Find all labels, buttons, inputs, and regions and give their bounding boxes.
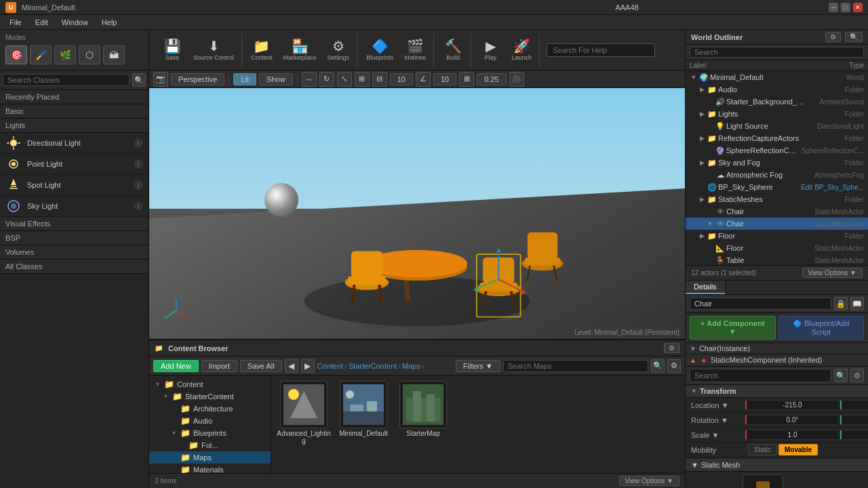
static-mobility-button[interactable]: Static xyxy=(748,444,777,455)
menu-help[interactable]: Help xyxy=(95,17,124,28)
search-classes-input[interactable] xyxy=(3,74,130,86)
maximize-button[interactable]: □ xyxy=(841,3,850,12)
outliner-item-bg-cue[interactable]: 🔊 Starter_Background_Cue AmbientSound xyxy=(686,96,868,108)
mode-select[interactable]: 🎯 xyxy=(5,45,27,64)
cb-view-options-button[interactable]: View Options ▼ xyxy=(619,476,679,486)
cb-search-input[interactable] xyxy=(503,360,648,372)
translate-icon[interactable]: ↔ xyxy=(302,72,317,87)
angle-icon[interactable]: ∠ xyxy=(416,72,431,87)
folder-starter-content[interactable]: ▼ 📁 StarterContent xyxy=(149,390,271,403)
transform-header[interactable]: ▼ Transform xyxy=(686,385,868,398)
outliner-item-chair1[interactable]: 👁 Chair StaticMeshActor xyxy=(686,205,868,218)
directional-light-info[interactable]: ℹ xyxy=(134,138,143,148)
category-bsp[interactable]: BSP xyxy=(0,231,149,245)
folder-maps[interactable]: 📁 Maps xyxy=(149,451,271,464)
placement-sky-light[interactable]: Sky Light ℹ xyxy=(0,196,149,217)
static-mesh-header[interactable]: ▼ Static Mesh xyxy=(686,459,868,472)
breadcrumb-content[interactable]: Content xyxy=(317,362,344,370)
outliner-item-atm-fog[interactable]: ☁ Atmospheric Fog AtmosphericFog xyxy=(686,169,868,181)
outliner-search-toggle[interactable]: 🔍 xyxy=(845,32,863,42)
marketplace-button[interactable]: 🏪 Marketplace xyxy=(279,33,321,67)
details-filter-button[interactable]: ⚙ xyxy=(850,369,864,382)
cb-settings2-button[interactable]: ⚙ xyxy=(667,359,681,373)
outliner-item-floor-folder[interactable]: ▶ 📁 Floor Folder xyxy=(686,230,868,242)
viewport-cam-icon[interactable]: 📷 xyxy=(153,72,168,87)
map-minimal-default[interactable]: Minimal_Default xyxy=(336,381,391,445)
cb-search-button[interactable]: 🔍 xyxy=(651,359,665,373)
rotation-x-input[interactable] xyxy=(745,415,839,425)
folder-blueprints[interactable]: ▼ 📁 Blueprints xyxy=(149,427,271,439)
outliner-item-lights-folder[interactable]: ▶ 📁 Lights Folder xyxy=(686,108,868,120)
grid-snap-icon[interactable]: ⊟ xyxy=(372,72,387,87)
map-starter[interactable]: StarterMap xyxy=(396,381,450,445)
scale-y-input[interactable] xyxy=(840,430,868,440)
menu-window[interactable]: Window xyxy=(55,17,95,28)
outliner-item-audio-folder[interactable]: ▶ 📁 Audio Folder xyxy=(686,83,868,96)
movable-mobility-button[interactable]: Movable xyxy=(778,444,818,455)
outliner-item-world[interactable]: ▼ 🌍 Minimal_Default World xyxy=(686,71,868,83)
details-name-browse[interactable]: 📖 xyxy=(850,297,864,310)
category-volumes[interactable]: Volumes xyxy=(0,245,149,260)
minimize-button[interactable]: ─ xyxy=(829,3,838,12)
perspective-button[interactable]: Perspective xyxy=(171,73,224,85)
map-advanced-lighting[interactable]: Advanced_Lighting xyxy=(277,381,331,445)
details-tab[interactable]: Details xyxy=(686,281,726,294)
rotation-y-input[interactable] xyxy=(840,415,868,425)
category-all-classes[interactable]: All Classes xyxy=(0,260,149,274)
category-recently-placed[interactable]: Recently Placed xyxy=(0,90,149,104)
spot-light-info[interactable]: ℹ xyxy=(134,180,143,190)
folder-content[interactable]: ▼ 📁 Content xyxy=(149,378,271,390)
mode-landscape[interactable]: 🏔 xyxy=(103,45,125,64)
category-lights[interactable]: Lights xyxy=(0,119,149,133)
cb-settings-button[interactable]: ⚙ xyxy=(664,343,679,353)
outliner-item-sphere-reflection[interactable]: 🔮 SphereReflectionCapture10 SphereReflec… xyxy=(686,144,868,157)
filters-button[interactable]: Filters ▼ xyxy=(456,360,500,372)
build-button[interactable]: 🔨 Build xyxy=(438,33,468,67)
settings-button[interactable]: ⚙ Settings xyxy=(323,33,355,67)
lit-button[interactable]: Lit xyxy=(233,73,256,85)
launch-button[interactable]: 🚀 Launch xyxy=(507,33,536,67)
outliner-item-reflection-folder[interactable]: ▶ 📁 ReflectionCaptureActors Folder xyxy=(686,132,868,144)
cb-forward-button[interactable]: ▶ xyxy=(301,359,315,373)
scale-snap-icon[interactable]: ⊠ xyxy=(459,72,474,87)
location-y-input[interactable] xyxy=(840,400,868,410)
outliner-search-input[interactable] xyxy=(690,47,864,58)
folder-architecture[interactable]: 📁 Architecture xyxy=(149,403,271,415)
camera-speed-icon[interactable]: 🎥 xyxy=(509,72,524,87)
scale-icon[interactable]: ⤡ xyxy=(337,72,352,87)
close-button[interactable]: ✕ xyxy=(853,3,863,12)
scale-label[interactable]: Scale ▼ xyxy=(691,431,745,439)
point-light-info[interactable]: ℹ xyxy=(134,159,143,169)
outliner-item-sky-folder[interactable]: ▶ 📁 Sky and Fog Folder xyxy=(686,157,868,169)
blueprint-add-script-button[interactable]: 🔷 Blueprint/Add Script xyxy=(778,316,865,340)
source-control-button[interactable]: ⬇ Source Control xyxy=(189,33,239,67)
category-basic[interactable]: Basic xyxy=(0,104,149,119)
mode-foliage[interactable]: 🌿 xyxy=(54,45,76,64)
details-name-input[interactable] xyxy=(690,298,831,310)
outliner-item-light-source[interactable]: 💡 Light Source DirectionalLight xyxy=(686,120,868,132)
details-search-input[interactable] xyxy=(690,369,831,382)
placement-directional-light[interactable]: Directional Light ℹ xyxy=(0,133,149,154)
outliner-item-staticmeshes-folder[interactable]: ▶ 📁 StaticMeshes Folder xyxy=(686,193,868,205)
scale-value[interactable]: 0.25 xyxy=(477,73,506,85)
menu-edit[interactable]: Edit xyxy=(28,17,55,28)
rotation-label[interactable]: Rotation ▼ xyxy=(691,416,745,424)
grid-size[interactable]: 10 xyxy=(390,73,413,85)
viewport-3d[interactable]: X Y Z Level: Minimal_Default (Persistent… xyxy=(149,88,685,339)
location-x-input[interactable] xyxy=(745,400,839,410)
outliner-view-options[interactable]: View Options ▼ xyxy=(802,268,863,278)
category-visual-effects[interactable]: Visual Effects xyxy=(0,217,149,231)
placement-spot-light[interactable]: Spot Light ℹ xyxy=(0,175,149,196)
outliner-item-floor[interactable]: 📐 Floor StaticMeshActor xyxy=(686,242,868,254)
save-all-button[interactable]: Save All xyxy=(240,360,282,372)
mode-geometry[interactable]: ⬡ xyxy=(79,45,100,64)
breadcrumb-starter-content[interactable]: StarterContent xyxy=(349,362,397,370)
outliner-settings-button[interactable]: ⚙ xyxy=(825,32,841,42)
content-button[interactable]: 📁 Content xyxy=(246,33,277,67)
rotate-icon[interactable]: ↻ xyxy=(319,72,334,87)
sky-light-info[interactable]: ℹ xyxy=(134,201,143,211)
folder-materials[interactable]: 📁 Materials xyxy=(149,464,271,473)
scale-x-input[interactable] xyxy=(745,430,839,440)
cb-back-button[interactable]: ◀ xyxy=(285,359,298,373)
outliner-item-sky-sphere[interactable]: 🌐 BP_Sky_Sphere Edit BP_Sky_Sphe... xyxy=(686,181,868,193)
